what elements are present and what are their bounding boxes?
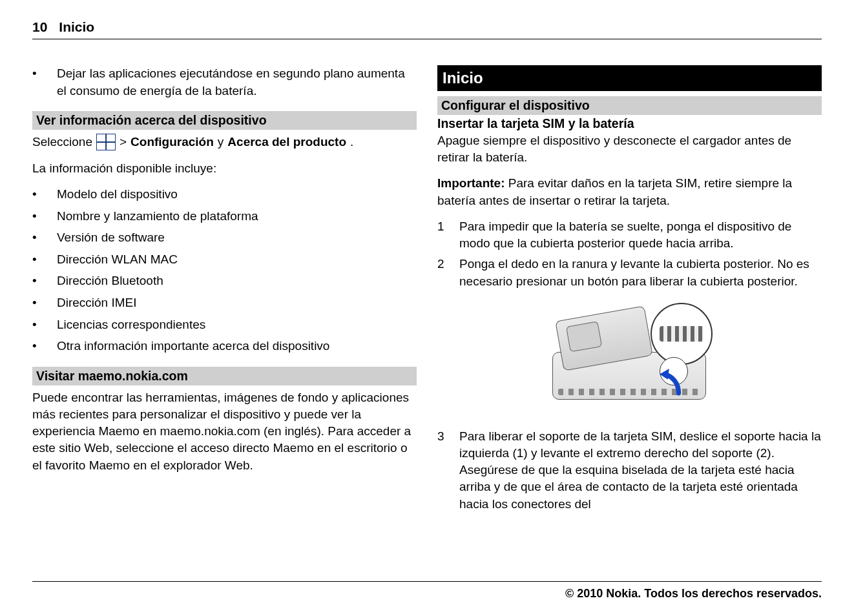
header-title: Inicio	[59, 19, 94, 35]
step-number: 1	[437, 218, 449, 252]
important-note: Importante: Para evitar daños en la tarj…	[437, 175, 822, 209]
step-text: Ponga el dedo en la ranura y levante la …	[459, 256, 822, 289]
intro-bullet-text: Dejar las aplicaciones ejecutándose en s…	[57, 65, 417, 99]
step-text: Para liberar el soporte de la tarjeta SI…	[459, 428, 822, 513]
list-item: •Dirección Bluetooth	[32, 272, 417, 290]
list-item-text: Dirección IMEI	[57, 294, 137, 312]
select-about-product: Acerca del producto	[227, 134, 346, 151]
zoom-detail-circle	[651, 303, 713, 365]
intro-bullet: • Dejar las aplicaciones ejecutándose en…	[32, 65, 417, 99]
bullet-dot: •	[32, 229, 39, 247]
bullet-dot: •	[32, 186, 39, 203]
list-item: •Nombre y lanzamiento de plataforma	[32, 208, 417, 225]
section-heading-maemo: Visitar maemo.nokia.com	[32, 367, 417, 385]
page-number: 10	[32, 19, 47, 35]
power-off-warning: Apague siempre el dispositivo y desconec…	[437, 132, 822, 166]
select-prefix: Seleccione	[32, 134, 92, 151]
maemo-body: Puede encontrar las herramientas, imágen…	[32, 389, 417, 474]
left-column: • Dejar las aplicaciones ejecutándose en…	[32, 65, 417, 517]
right-column: Inicio Configurar el dispositivo Inserta…	[437, 65, 822, 517]
important-label: Importante:	[437, 176, 505, 190]
step-item: 2 Ponga el dedo en la ranura y levante l…	[437, 256, 822, 289]
bullet-dot: •	[32, 338, 39, 355]
list-item-text: Modelo del dispositivo	[57, 186, 178, 203]
list-item-text: Dirección Bluetooth	[57, 272, 163, 290]
list-item: •Modelo del dispositivo	[32, 186, 417, 203]
subsection-insert-sim: Insertar la tarjeta SIM y la batería	[437, 116, 822, 131]
select-gt: >	[120, 134, 127, 151]
select-configuration: Configuración	[130, 134, 214, 151]
bullet-dot: •	[32, 208, 39, 225]
section-heading-device-info: Ver información acerca del dispositivo	[32, 111, 417, 130]
step-number: 3	[437, 428, 449, 513]
step-item: 1 Para impedir que la batería se suelte,…	[437, 218, 822, 252]
list-item-text: Dirección WLAN MAC	[57, 251, 178, 269]
device-illustration	[546, 302, 714, 411]
list-item: •Versión de software	[32, 229, 417, 247]
list-item: •Otra información importante acerca del …	[32, 338, 417, 355]
step-number: 2	[437, 256, 449, 289]
bullet-dot: •	[32, 316, 39, 334]
bullet-dot: •	[32, 65, 39, 99]
select-period: .	[350, 134, 353, 151]
list-item: •Dirección IMEI	[32, 294, 417, 312]
lift-arrow-icon	[658, 369, 685, 396]
select-and: y	[218, 134, 224, 151]
list-item: •Dirección WLAN MAC	[32, 251, 417, 269]
step-text: Para impedir que la batería se suelte, p…	[459, 218, 822, 252]
list-item-text: Otra información importante acerca del d…	[57, 338, 329, 355]
step-item: 3 Para liberar el soporte de la tarjeta …	[437, 428, 822, 513]
bullet-dot: •	[32, 251, 39, 269]
list-item-text: Versión de software	[57, 229, 165, 247]
list-item: •Licencias correspondientes	[32, 316, 417, 334]
copyright-footer: © 2010 Nokia. Todos los derechos reserva…	[32, 581, 822, 601]
section-heading-setup: Configurar el dispositivo	[437, 96, 822, 115]
bullet-dot: •	[32, 272, 39, 290]
bullet-dot: •	[32, 294, 39, 312]
steps-list: 1 Para impedir que la batería se suelte,…	[437, 218, 822, 290]
page-header: 10 Inicio	[32, 19, 822, 39]
info-list: •Modelo del dispositivo •Nombre y lanzam…	[32, 186, 417, 355]
apps-grid-icon	[96, 134, 116, 150]
chapter-title-bar: Inicio	[437, 65, 822, 91]
select-instruction: Seleccione > Configuración y Acerca del …	[32, 134, 417, 151]
info-includes-line: La información disponible incluye:	[32, 160, 417, 177]
list-item-text: Nombre y lanzamiento de plataforma	[57, 208, 258, 225]
list-item-text: Licencias correspondientes	[57, 316, 205, 334]
svg-marker-0	[660, 369, 669, 380]
